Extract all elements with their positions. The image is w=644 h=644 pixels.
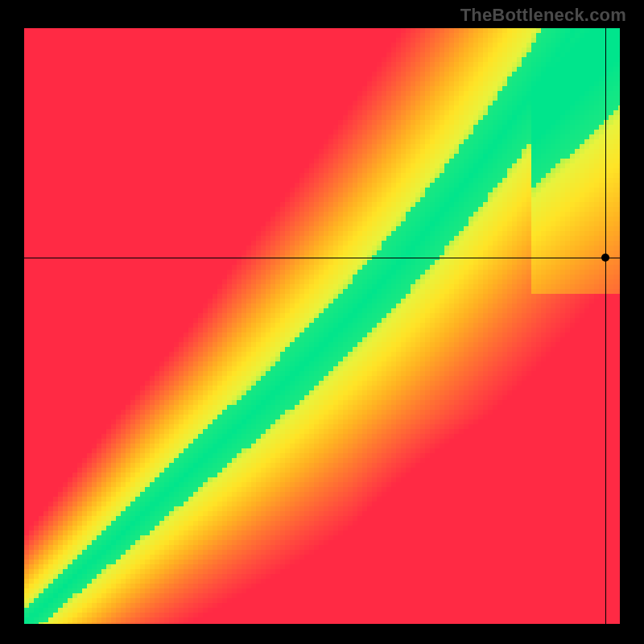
heatmap-plot: [24, 28, 620, 624]
chart-container: TheBottleneck.com: [0, 0, 644, 644]
attribution-label: TheBottleneck.com: [460, 5, 626, 26]
heatmap-canvas: [24, 28, 620, 624]
